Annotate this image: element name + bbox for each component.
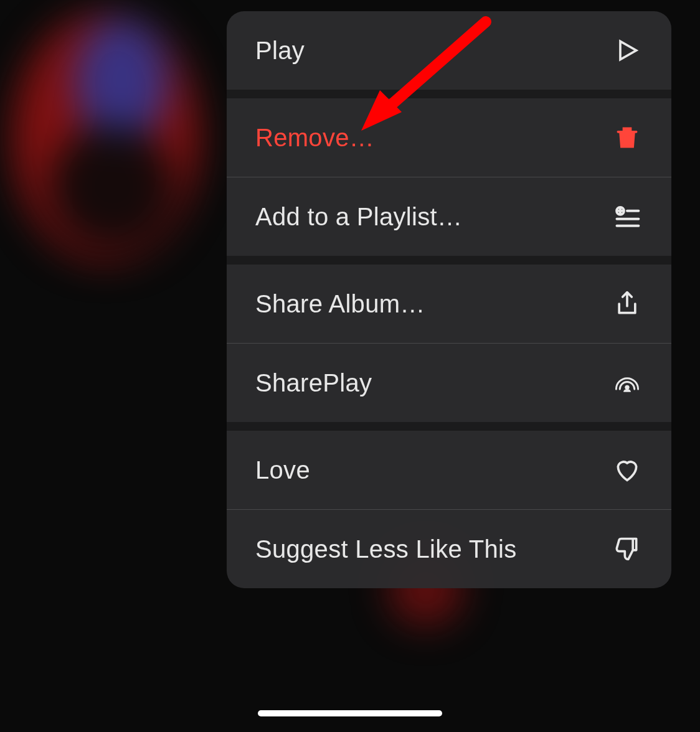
menu-item-love[interactable]: Love [227, 431, 671, 509]
menu-item-share-album[interactable]: Share Album… [227, 265, 671, 343]
menu-item-label: Add to a Playlist… [255, 203, 462, 231]
heart-icon [612, 454, 643, 486]
menu-item-label: Love [255, 456, 310, 484]
menu-item-label: Remove… [255, 124, 374, 152]
context-menu: Play Remove… Add to a Playlist… [227, 11, 671, 588]
shareplay-icon [612, 367, 643, 398]
trash-icon [612, 122, 643, 153]
menu-item-label: SharePlay [255, 369, 372, 397]
section-divider [227, 90, 671, 98]
menu-item-suggest-less[interactable]: Suggest Less Like This [227, 510, 671, 588]
menu-item-play[interactable]: Play [227, 11, 671, 90]
menu-item-shareplay[interactable]: SharePlay [227, 344, 671, 422]
share-icon [612, 288, 643, 319]
menu-item-label: Share Album… [255, 290, 425, 318]
playlist-add-icon [612, 201, 643, 232]
section-divider [227, 422, 671, 431]
menu-item-label: Suggest Less Like This [255, 535, 516, 563]
svg-point-7 [625, 385, 629, 390]
menu-item-label: Play [255, 37, 305, 65]
menu-item-remove[interactable]: Remove… [227, 98, 671, 177]
play-icon [612, 35, 643, 66]
section-divider [227, 256, 671, 265]
svg-marker-0 [620, 41, 636, 59]
thumbs-down-icon [612, 533, 643, 565]
menu-item-add-to-playlist[interactable]: Add to a Playlist… [227, 177, 671, 256]
home-indicator[interactable] [258, 710, 442, 716]
